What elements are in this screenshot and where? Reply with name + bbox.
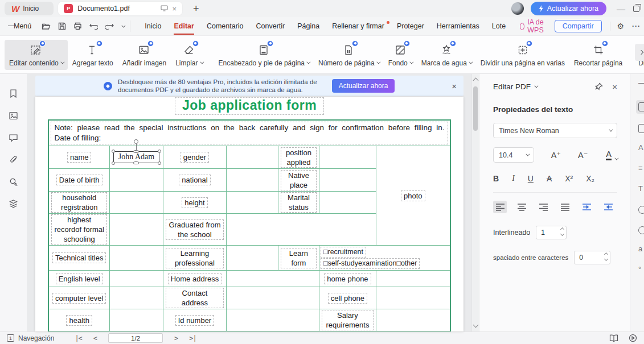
menu-item-proteger[interactable]: Proteger — [391, 19, 430, 34]
table-cell[interactable] — [226, 331, 278, 332]
table-cell[interactable]: highest recordof formal schooling — [48, 214, 109, 246]
align-right-button[interactable] — [536, 201, 550, 213]
table-cell[interactable] — [319, 192, 376, 214]
close-panel-icon[interactable]: × — [612, 82, 617, 92]
table-cell[interactable]: height — [163, 192, 226, 214]
attachment-icon[interactable] — [9, 155, 18, 164]
comments-icon[interactable] — [9, 133, 18, 142]
name-value-cell[interactable]: John Adam — [109, 146, 163, 169]
table-cell[interactable]: health — [48, 309, 109, 331]
table-cell[interactable] — [376, 309, 450, 331]
more-options-icon[interactable]: ··· — [632, 22, 641, 30]
menu-item-comentario[interactable]: Comentario — [200, 19, 250, 34]
clean-button[interactable]: Limpiar — [171, 40, 207, 70]
table-cell[interactable]: Date of birth — [48, 169, 109, 192]
table-cell[interactable]: Marital status — [278, 192, 319, 214]
thumbnails-icon[interactable] — [9, 111, 18, 121]
menu-label[interactable]: Menú — [14, 22, 31, 30]
add-text-button[interactable]: Agregar texto — [68, 40, 118, 70]
justify-button[interactable] — [558, 201, 572, 213]
decrease-indent-button[interactable] — [601, 201, 615, 213]
menu-item-herramientas[interactable]: Herramientas — [430, 19, 486, 34]
personality-options-cell[interactable]: □introverted □outgoing — [109, 331, 163, 332]
share-button[interactable]: Compartir — [555, 20, 602, 32]
increase-font-size-button[interactable]: A⁺ — [551, 151, 561, 160]
label-photo[interactable]: photo — [401, 190, 425, 201]
open-folder-icon[interactable] — [42, 22, 51, 30]
close-tab-icon[interactable]: × — [173, 5, 177, 13]
label-gender[interactable]: gender — [181, 152, 209, 163]
strip-small-tool-icon[interactable]: ° — [638, 265, 641, 273]
last-page-button[interactable]: >| — [189, 334, 196, 342]
table-cell[interactable] — [109, 169, 163, 192]
new-tab-button[interactable]: + — [189, 3, 203, 15]
edit-content-button[interactable]: Editar contenido — [5, 40, 68, 70]
strip-circle-tool-icon[interactable] — [638, 206, 644, 214]
label-native-place[interactable]: Native place — [281, 170, 317, 190]
table-cell[interactable] — [109, 246, 163, 271]
table-cell[interactable] — [226, 309, 319, 331]
resize-handle[interactable] — [133, 161, 139, 164]
menu-item-rellenar-y-firmar[interactable]: Rellenar y firmar — [326, 19, 391, 34]
table-cell[interactable]: home phone — [319, 271, 376, 287]
checkbox-recruitment[interactable]: □recruitment — [321, 247, 366, 258]
note-cell[interactable]: Note: please read the special instructio… — [48, 120, 450, 146]
label-contact-address[interactable]: Contact address — [166, 288, 224, 308]
upgrade-now-button[interactable]: Actualizar ahora — [531, 2, 606, 15]
table-cell[interactable] — [226, 214, 376, 246]
menu-item-inicio[interactable]: Inicio — [138, 19, 167, 34]
table-cell[interactable] — [319, 331, 450, 332]
table-cell[interactable]: Learning professional — [163, 246, 226, 271]
label-technical-titles[interactable]: Technical titles — [52, 252, 106, 263]
table-cell[interactable] — [226, 192, 278, 214]
user-avatar[interactable] — [511, 2, 524, 15]
table-cell[interactable] — [319, 146, 376, 169]
menu-item-pagina[interactable]: Página — [291, 19, 326, 34]
crop-page-button[interactable]: Recortar página — [569, 40, 627, 70]
label-cell-phone[interactable]: cell phone — [328, 293, 367, 304]
font-size-select[interactable]: 10.4 — [493, 147, 534, 163]
layers-icon[interactable] — [9, 199, 18, 209]
label-home-phone[interactable]: home phone — [324, 273, 371, 284]
ribbon-collapse-button[interactable] — [635, 44, 644, 61]
minimize-window-button[interactable]: — — [617, 4, 625, 14]
settings-gear-icon[interactable]: ⚙ — [617, 22, 625, 31]
menu-item-convertir[interactable]: Convertir — [250, 19, 292, 34]
table-cell[interactable] — [226, 169, 278, 192]
strip-small-tool-icon[interactable]: a — [638, 244, 642, 253]
panel-title-dropdown[interactable]: Editar PDF — [493, 82, 537, 91]
read-mode-icon[interactable] — [609, 334, 618, 342]
table-cell[interactable] — [109, 271, 163, 287]
font-family-select[interactable]: Times New Roman — [493, 123, 617, 138]
checkbox-self-study[interactable]: □self-studyexamination□other — [321, 258, 420, 269]
strip-text-tool-icon[interactable]: A — [638, 143, 643, 152]
label-position-applied[interactable]: position applied — [281, 147, 317, 168]
increase-indent-button[interactable] — [580, 201, 593, 213]
label-marital-status[interactable]: Marital status — [281, 192, 317, 213]
background-button[interactable]: Fondo — [384, 40, 417, 70]
page-indicator-input[interactable] — [108, 333, 163, 343]
quick-access-dropdown-icon[interactable] — [122, 23, 126, 27]
subscript-button[interactable]: X₂ — [586, 174, 594, 183]
bookmarks-icon[interactable] — [9, 89, 18, 98]
previous-page-button[interactable]: < — [93, 334, 97, 342]
selected-textbox[interactable]: John Adam — [113, 151, 159, 163]
decrease-font-size-button[interactable]: A⁻ — [578, 151, 588, 160]
rotate-handle[interactable] — [134, 139, 138, 144]
strip-tool-icon[interactable] — [638, 124, 644, 133]
menu-item-editar[interactable]: Editar — [167, 19, 200, 34]
notification-upgrade-button[interactable]: Actualizar ahora — [332, 79, 395, 93]
table-cell[interactable]: Learn form — [278, 246, 319, 271]
print-icon[interactable] — [73, 22, 82, 30]
char-spacing-input[interactable] — [575, 254, 594, 262]
table-cell[interactable] — [109, 214, 163, 246]
table-cell[interactable] — [376, 271, 450, 287]
underline-button[interactable]: U — [528, 174, 534, 183]
label-salary-requirements[interactable]: Salary requirements — [322, 310, 374, 330]
document-tab[interactable]: P Documento1.pdf × — [58, 2, 182, 15]
table-cell[interactable]: earliest available time — [163, 331, 226, 332]
play-presentation-icon[interactable] — [629, 334, 637, 342]
label-english-level[interactable]: English level — [56, 273, 103, 284]
label-health[interactable]: health — [66, 315, 92, 326]
char-spacing-stepper[interactable] — [574, 251, 610, 264]
